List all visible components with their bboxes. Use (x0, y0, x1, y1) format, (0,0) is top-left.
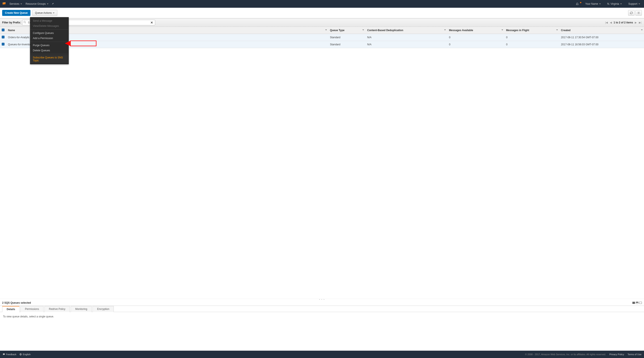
filter-row: Filter by Prefix: ✕ |◀ ◀ 1 to 2 of 2 ite… (0, 18, 644, 27)
row-checkbox[interactable] (2, 36, 4, 39)
menu-purge-queues[interactable]: Purge Queues (30, 43, 68, 48)
footer: Feedback English © 2008 - 2017, Amazon W… (0, 351, 644, 358)
col-queue-type[interactable]: Queue Type (330, 29, 344, 32)
language-label: English (23, 353, 30, 356)
nav-account[interactable]: Your Name (584, 2, 602, 5)
sort-caret-icon (362, 30, 364, 31)
tab-details[interactable]: Details (2, 306, 20, 312)
cell-dedup: N/A (365, 41, 447, 48)
clear-search-button[interactable]: ✕ (150, 21, 154, 24)
caret-down-icon (599, 4, 601, 5)
detail-header: 2 SQS Queues selected (0, 300, 644, 306)
caret-down-icon (20, 4, 22, 5)
svg-line-6 (25, 23, 26, 23)
toolbar: Create New Queue Queue Actions Send a Me… (0, 8, 644, 18)
menu-send-message: Send a Message (30, 18, 68, 24)
nav-resource-groups[interactable]: Resource Groups (24, 2, 50, 5)
tab-encryption[interactable]: Encryption (92, 306, 114, 312)
col-created[interactable]: Created (561, 29, 570, 32)
nav-region-label: N. Virginia (607, 2, 619, 5)
aws-logo[interactable] (2, 2, 8, 6)
queue-actions-menu: Send a Message View/Delete Messages Conf… (30, 17, 69, 64)
layout-split-icon[interactable] (636, 302, 638, 304)
sort-caret-icon (325, 30, 327, 31)
pager-next-button[interactable]: ▶ (634, 21, 637, 24)
col-name[interactable]: Name (8, 29, 15, 32)
caret-down-icon (638, 4, 640, 5)
sort-caret-icon (641, 30, 643, 31)
notification-dot-icon (580, 2, 581, 3)
queues-table: Name Queue Type Content-Based Deduplicat… (0, 27, 644, 48)
nav-services[interactable]: Services (8, 2, 24, 5)
language-selector[interactable]: English (19, 353, 30, 356)
nav-account-label: Your Name (585, 2, 598, 5)
queue-actions-label: Queue Actions (35, 11, 52, 15)
details-content: To view queue details, select a single q… (0, 312, 644, 351)
tab-permissions[interactable]: Permissions (20, 306, 43, 312)
svg-point-5 (24, 21, 26, 23)
nav-services-label: Services (10, 2, 19, 5)
feedback-label: Feedback (6, 353, 16, 356)
col-dedup[interactable]: Content-Based Deduplication (367, 29, 403, 32)
caret-down-icon (53, 13, 54, 14)
layout-full-icon[interactable] (632, 302, 635, 304)
menu-subscribe-sns[interactable]: Subscribe Queues to SNS Topic (30, 55, 68, 63)
copyright-text: © 2008 - 2017, Amazon Web Services, Inc.… (525, 353, 606, 356)
layout-bottom-icon[interactable] (639, 302, 642, 304)
feedback-link[interactable]: Feedback (2, 353, 16, 356)
menu-view-delete-messages: View/Delete Messages (30, 24, 68, 29)
nav-support-label: Support (628, 2, 637, 5)
search-icon (24, 21, 26, 24)
cell-msgs-avail: 0 (447, 41, 504, 48)
sort-caret-icon (444, 30, 446, 31)
menu-configure-queues[interactable]: Configure Queues (30, 31, 68, 36)
menu-add-permission[interactable]: Add a Permission (30, 36, 68, 41)
svg-point-2 (638, 13, 639, 13)
nav-support[interactable]: Support (626, 2, 642, 5)
nav-resource-groups-label: Resource Groups (26, 2, 46, 5)
pager: |◀ ◀ 1 to 2 of 2 items ▶ ▶| (605, 21, 642, 24)
cell-queue-type: Standard (328, 41, 365, 48)
col-msgs-avail[interactable]: Messages Available (449, 29, 473, 32)
tab-monitoring[interactable]: Monitoring (71, 306, 92, 312)
menu-delete-queues[interactable]: Delete Queues (30, 48, 68, 53)
sort-caret-icon (502, 30, 503, 31)
terms-link[interactable]: Terms of Use (628, 353, 642, 356)
table-row[interactable]: Queues-for-Invento Standard N/A 0 0 2017… (0, 41, 644, 48)
pager-prev-button[interactable]: ◀ (610, 21, 612, 24)
global-nav: Services Resource Groups Your Name N. Vi… (0, 0, 644, 8)
table-row[interactable]: Orders-for-Analytic Standard N/A 0 0 201… (0, 34, 644, 41)
row-checkbox[interactable] (2, 43, 4, 46)
select-all-checkbox[interactable] (2, 29, 4, 31)
privacy-link[interactable]: Privacy Policy (610, 353, 624, 356)
queue-actions-button[interactable]: Queue Actions (32, 10, 57, 16)
nav-region[interactable]: N. Virginia (606, 2, 624, 5)
pager-text: 1 to 2 of 2 items (614, 21, 633, 24)
cell-msgs-flight: 0 (504, 34, 559, 41)
sort-caret-icon (556, 30, 558, 31)
filter-label: Filter by Prefix: (2, 21, 21, 24)
detail-tabs: Details Permissions Redrive Policy Monit… (0, 306, 644, 312)
selection-count: 2 SQS Queues selected (2, 301, 31, 304)
create-queue-button[interactable]: Create New Queue (2, 10, 30, 16)
pin-icon[interactable] (52, 2, 54, 6)
caret-down-icon (620, 4, 622, 5)
notifications-icon[interactable] (574, 2, 580, 5)
cell-msgs-avail: 0 (447, 34, 504, 41)
cell-msgs-flight: 0 (504, 41, 559, 48)
refresh-button[interactable] (628, 10, 634, 16)
cell-created: 2017-08-11 17:30:54 GMT-07:00 (559, 34, 644, 41)
pager-first-button[interactable]: |◀ (605, 21, 608, 24)
settings-button[interactable] (636, 10, 642, 16)
col-msgs-flight[interactable]: Messages in Flight (506, 29, 529, 32)
tab-redrive[interactable]: Redrive Policy (44, 306, 70, 312)
pager-last-button[interactable]: ▶| (638, 21, 642, 24)
cell-created: 2017-08-11 16:56:03 GMT-07:00 (559, 41, 644, 48)
cell-queue-type: Standard (328, 34, 365, 41)
cell-dedup: N/A (365, 34, 447, 41)
caret-down-icon (47, 4, 48, 5)
